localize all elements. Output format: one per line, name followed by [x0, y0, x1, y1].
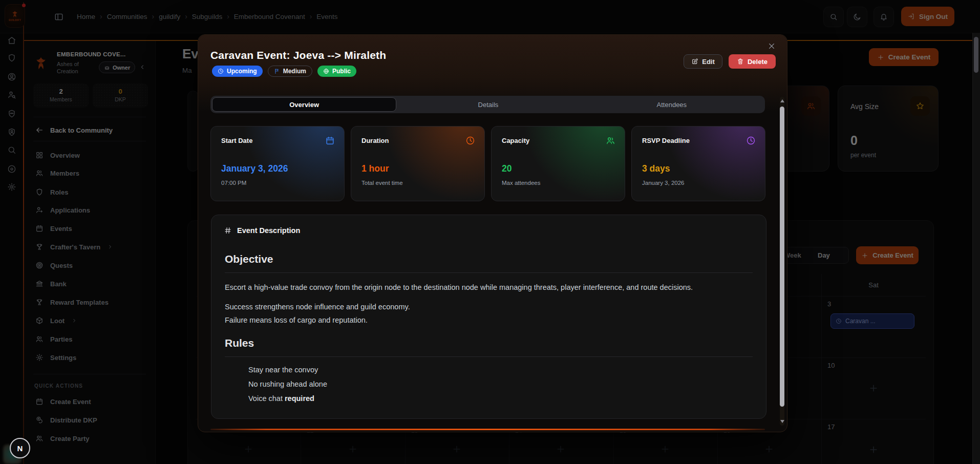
- edit-button[interactable]: Edit: [684, 54, 722, 69]
- edit-icon: [691, 58, 698, 65]
- hash-icon: [224, 226, 232, 235]
- divider: [225, 356, 753, 357]
- tab-details[interactable]: Details: [396, 97, 580, 112]
- rule-item: No rushing ahead alone: [248, 380, 327, 388]
- objective-heading: Objective: [225, 253, 273, 265]
- priority-badge: Medium: [268, 66, 312, 77]
- divider: [225, 272, 753, 273]
- badge-row: Upcoming Medium Public: [212, 66, 356, 77]
- visibility-badge: Public: [317, 66, 356, 77]
- modal-scrollbar-thumb[interactable]: [780, 107, 784, 407]
- stat-card-start-date: Start Date January 3, 2026 07:00 PM: [210, 126, 345, 201]
- modal-bottom-accent: [210, 429, 765, 430]
- event-details-modal: Caravan Event: Joeva --> Miraleth Upcomi…: [198, 34, 787, 432]
- outcome-line-2: Failure means loss of cargo and reputati…: [225, 314, 753, 326]
- trash-icon: [737, 58, 744, 65]
- window-scrollbar[interactable]: [972, 33, 980, 464]
- outcome-line-1: Success strengthens node influence and g…: [225, 301, 753, 312]
- globe-icon: [323, 68, 329, 74]
- flag-icon: [274, 68, 280, 74]
- modal-tabs: Overview Details Attendees: [210, 96, 765, 113]
- event-description-card: Event Description Objective Escort a hig…: [211, 215, 766, 419]
- modal-title: Caravan Event: Joeva --> Miraleth: [210, 49, 386, 61]
- stat-card-rsvp-deadline: RSVP Deadline 3 days January 3, 2026: [631, 126, 765, 201]
- clock-icon: [746, 136, 756, 145]
- calendar-icon: [325, 136, 335, 145]
- rules-heading: Rules: [225, 337, 254, 349]
- close-icon[interactable]: [768, 42, 776, 50]
- clock-icon: [218, 68, 224, 74]
- rule-item: Stay near the convoy: [248, 366, 318, 374]
- tab-attendees[interactable]: Attendees: [580, 97, 763, 112]
- objective-text: Escort a high-value trade convoy from th…: [225, 282, 753, 293]
- stat-card-capacity: Capacity 20 Max attendees: [491, 126, 625, 201]
- stat-card-duration: Duration 1 hour Total event time: [351, 126, 485, 201]
- users-icon: [606, 136, 615, 145]
- app-root: GUILDIFY Home Communities guildify Subgu…: [0, 0, 980, 464]
- status-badge-upcoming: Upcoming: [212, 66, 263, 77]
- delete-button[interactable]: Delete: [729, 54, 776, 69]
- tab-overview[interactable]: Overview: [212, 97, 396, 112]
- scroll-down-icon[interactable]: [780, 420, 784, 423]
- scroll-up-icon[interactable]: [780, 99, 784, 102]
- user-avatar[interactable]: N: [10, 438, 30, 458]
- clock-icon: [465, 136, 475, 145]
- rule-item: Voice chat required: [248, 394, 314, 403]
- description-header: Event Description: [237, 226, 300, 235]
- window-scrollbar-thumb[interactable]: [974, 37, 978, 73]
